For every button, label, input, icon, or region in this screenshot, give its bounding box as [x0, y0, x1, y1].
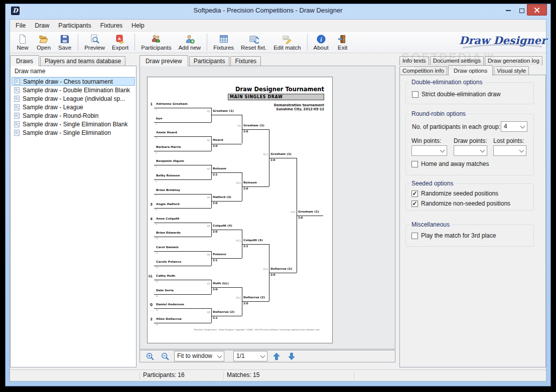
- participants-per-group-label: No. of participants in each group:: [412, 123, 500, 130]
- draw-list-item[interactable]: Sample draw - Single Elimination: [12, 128, 135, 137]
- menu-fixtures[interactable]: Fixtures: [96, 21, 127, 31]
- strict-double-elimination-checkbox[interactable]: Strict double-elimination draw: [412, 91, 500, 98]
- open-button[interactable]: Open: [33, 33, 54, 52]
- menu-help[interactable]: Help: [127, 21, 149, 31]
- tab-draw-options[interactable]: Draw options: [448, 65, 493, 76]
- checkbox-icon[interactable]: [411, 161, 418, 167]
- maximize-button[interactable]: [515, 6, 528, 15]
- win-points-label: Win points:: [411, 137, 441, 144]
- bracket-winner-name: Colquitt (4): [243, 239, 263, 242]
- bracket-line: [154, 151, 211, 151]
- tab-draws[interactable]: Draws: [10, 55, 39, 66]
- screen: D Softpedia - Precision Competitions - D…: [0, 0, 556, 392]
- checkbox-icon[interactable]: ✓: [411, 201, 418, 207]
- checkbox-label: Strict double-elimination draw: [422, 91, 500, 98]
- center-panel-tabs: Draw previewParticipantsFixtures: [140, 55, 262, 66]
- randomize-non-seeded-checkbox[interactable]: ✓ Randomize non-seeded positions: [411, 200, 510, 207]
- toolbar-separator: [307, 34, 308, 51]
- bracket-seed: Q: [148, 303, 153, 306]
- group-title: Round-robin options: [409, 110, 468, 117]
- minimize-icon: [506, 10, 511, 11]
- bracket-match-label: M15: [285, 211, 296, 214]
- draw-list-item[interactable]: Sample draw - Single Elimination Blank: [12, 120, 135, 128]
- checkbox-icon[interactable]: [412, 91, 419, 98]
- draw-list-item[interactable]: Sample draw - League (individual sp...: [12, 94, 135, 103]
- bracket-line: [154, 323, 211, 323]
- menu-draw[interactable]: Draw: [30, 21, 54, 31]
- status-separator: [223, 371, 224, 379]
- bracket-score: 2:0: [270, 158, 275, 161]
- minimize-button[interactable]: [502, 6, 514, 15]
- page-down-icon[interactable]: [286, 351, 298, 361]
- close-button[interactable]: [527, 4, 547, 16]
- menu-participants[interactable]: Participants: [54, 21, 95, 31]
- bracket-line: [154, 108, 211, 108]
- tab-info-texts[interactable]: Info texts: [399, 56, 429, 65]
- fixtures-button[interactable]: Fixtures: [210, 33, 237, 52]
- preview-button[interactable]: Preview: [81, 33, 108, 52]
- chevron-down-icon: [517, 146, 526, 155]
- bracket-line: [154, 136, 211, 137]
- draw-points-select[interactable]: [454, 145, 487, 156]
- double-elimination-group: Double-elimination options Strict double…: [405, 82, 534, 104]
- bracket-position-number: 9: [156, 223, 157, 226]
- draw-list-item[interactable]: Sample draw - Round-Robin: [12, 111, 135, 120]
- checkbox-label: Home and away matches: [421, 160, 489, 167]
- bracket-match-label: M11: [230, 240, 241, 242]
- home-and-away-checkbox[interactable]: Home and away matches: [411, 160, 489, 167]
- chevron-down-icon: [215, 351, 224, 361]
- add-new-button[interactable]: Add new: [175, 33, 204, 52]
- tab-fixtures[interactable]: Fixtures: [230, 56, 261, 66]
- tab-players-and-teams-database[interactable]: Players and teams database: [40, 56, 125, 66]
- tab-draw-preview[interactable]: Draw preview: [140, 55, 188, 66]
- tab-visual-style[interactable]: Visual style: [494, 66, 529, 75]
- checkbox-label: Play the match for 3rd place: [421, 232, 496, 239]
- tab-participants[interactable]: Participants: [189, 56, 230, 66]
- tab-document-settings[interactable]: Document settings: [430, 56, 484, 65]
- participants-people-icon: [151, 34, 161, 44]
- bracket-match-label: M12: [230, 297, 241, 299]
- list-column-header[interactable]: Draw name: [11, 66, 136, 77]
- draw-list-item-label: Sample draw - Round-Robin: [23, 112, 98, 119]
- checkbox-icon[interactable]: ✓: [411, 190, 418, 197]
- draw-list-item[interactable]: Sample draw - Chess tournament: [12, 77, 135, 86]
- tab-draw-generation-log[interactable]: Draw generation log: [485, 56, 542, 65]
- bracket-position-number: 13: [156, 280, 158, 283]
- exit-button[interactable]: Exit: [332, 33, 353, 52]
- draw-list-item[interactable]: Sample draw - League: [12, 103, 135, 111]
- draw-document-icon: [14, 87, 21, 94]
- draw-document-icon: [14, 104, 21, 111]
- participants-button[interactable]: Participants: [137, 33, 175, 52]
- randomize-seeded-checkbox[interactable]: ✓ Randomize seeded positions: [411, 190, 498, 197]
- zoom-out-icon[interactable]: [159, 351, 171, 361]
- third-place-match-checkbox[interactable]: Play the match for 3rd place: [411, 232, 496, 239]
- toolbar-separator: [207, 34, 207, 51]
- checkbox-label: Randomize seeded positions: [421, 190, 498, 197]
- bracket-winner-name: Colquitt (4): [213, 224, 232, 228]
- matches-count: Matches: 15: [227, 371, 259, 378]
- draw-list-item[interactable]: Sample draw - Double Elimination Blank: [12, 86, 135, 94]
- checkbox-icon[interactable]: [411, 233, 418, 239]
- export-button[interactable]: AExport: [108, 33, 132, 52]
- new-button[interactable]: New: [12, 33, 33, 52]
- zoom-mode-select[interactable]: Fit to window: [174, 351, 224, 361]
- bracket-position-number: 14: [156, 295, 158, 297]
- about-button[interactable]: iAbout: [310, 33, 332, 52]
- win-points-select[interactable]: [411, 145, 447, 156]
- edit-match-button[interactable]: 1:0Edit match: [270, 33, 304, 52]
- save-button[interactable]: Save: [54, 33, 75, 52]
- zoom-in-icon[interactable]: [144, 351, 156, 361]
- reset-fixtures-icon: [249, 34, 259, 44]
- draw-list-item-label: Sample draw - League: [23, 104, 83, 111]
- tab-competition-info[interactable]: Competition info: [399, 66, 447, 75]
- menu-file[interactable]: File: [11, 21, 30, 31]
- preview-toolbar: Fit to window 1/1: [140, 350, 395, 362]
- reset-fixt-button[interactable]: Reset fixt.: [237, 33, 270, 52]
- bracket-position-number: 12: [156, 266, 158, 269]
- page-select[interactable]: 1/1: [233, 351, 267, 361]
- tournament-title: Draw Designer Tournament: [235, 86, 324, 93]
- page-up-icon[interactable]: [270, 351, 283, 361]
- participants-per-group-select[interactable]: 4: [501, 121, 527, 132]
- lost-points-select[interactable]: [493, 145, 526, 156]
- bracket-match-label: M13: [257, 153, 268, 156]
